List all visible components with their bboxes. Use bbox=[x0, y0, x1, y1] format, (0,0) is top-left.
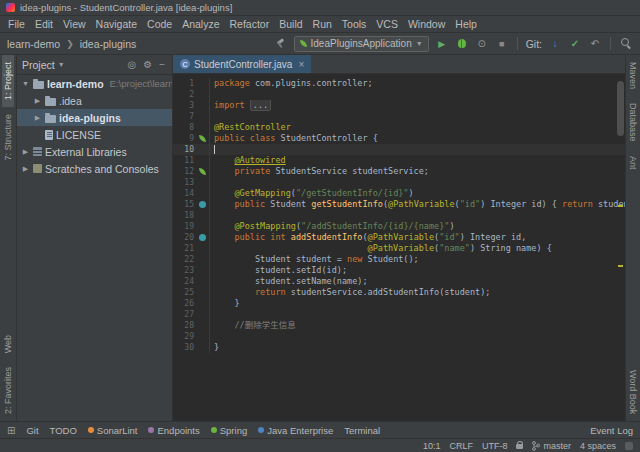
tree-item-idea[interactable]: ▶.idea bbox=[17, 92, 172, 109]
menu-code[interactable]: Code bbox=[142, 18, 177, 30]
hide-panel-icon[interactable]: − bbox=[157, 59, 167, 70]
tree-item-scratches-and-consoles[interactable]: ▶Scratches and Consoles bbox=[17, 160, 172, 177]
build-hammer-icon[interactable] bbox=[274, 37, 288, 51]
stop-button[interactable]: ■ bbox=[495, 37, 509, 51]
line-number[interactable]: 2 bbox=[173, 89, 197, 100]
toolwindow-button-1-project[interactable]: 1: Project bbox=[2, 55, 14, 107]
file-encoding[interactable]: UTF-8 bbox=[482, 441, 508, 451]
line-number[interactable]: 28 bbox=[173, 320, 197, 331]
line-number[interactable]: 11 bbox=[173, 155, 197, 166]
line-number[interactable]: 27 bbox=[173, 309, 197, 320]
line-number[interactable]: 21 bbox=[173, 243, 197, 254]
tree-chevron-icon[interactable]: ▶ bbox=[33, 97, 42, 105]
menu-edit[interactable]: Edit bbox=[30, 18, 58, 30]
line-number[interactable]: 3 bbox=[173, 100, 197, 111]
code-line-20[interactable]: 20 public int addStudentInfo(@PathVariab… bbox=[173, 232, 625, 243]
toolwindow-button-word-book[interactable]: Word Book bbox=[627, 363, 639, 421]
code-line-11[interactable]: 11 @Autowired bbox=[173, 155, 625, 166]
toolwindow-button-web[interactable]: Web bbox=[2, 328, 14, 360]
line-number[interactable]: 13 bbox=[173, 177, 197, 188]
line-number[interactable]: 20 bbox=[173, 232, 197, 243]
line-number[interactable]: 1 bbox=[173, 78, 197, 89]
code-line-22[interactable]: 22 Student student = new Student(); bbox=[173, 254, 625, 265]
line-number[interactable]: 18 bbox=[173, 210, 197, 221]
project-view-title[interactable]: Project bbox=[22, 59, 55, 71]
status-widget-icon[interactable] bbox=[625, 442, 633, 450]
menu-help[interactable]: Help bbox=[450, 18, 482, 30]
breadcrumb-project[interactable]: learn-demo bbox=[7, 38, 60, 50]
locate-file-icon[interactable]: ◎ bbox=[125, 59, 138, 70]
menu-analyze[interactable]: Analyze bbox=[177, 18, 224, 30]
debug-button[interactable] bbox=[455, 37, 469, 51]
line-number[interactable]: 29 bbox=[173, 331, 197, 342]
leaf-gutter-icon[interactable] bbox=[199, 168, 206, 175]
git-update-button[interactable]: ↓ bbox=[548, 37, 562, 51]
line-number[interactable]: 30 bbox=[173, 342, 197, 353]
menu-run[interactable]: Run bbox=[308, 18, 337, 30]
breadcrumb-module[interactable]: idea-plugins bbox=[80, 38, 137, 50]
tree-item-license[interactable]: LICENSE bbox=[17, 126, 172, 143]
toolwindow-button-terminal[interactable]: Terminal bbox=[344, 425, 380, 436]
code-line-2[interactable]: 2 bbox=[173, 89, 625, 100]
editor-scrollbar-thumb[interactable] bbox=[617, 81, 624, 136]
tree-chevron-icon[interactable]: ▶ bbox=[33, 114, 42, 122]
line-number[interactable]: 14 bbox=[173, 188, 197, 199]
code-line-9[interactable]: 9public class StudentController { bbox=[173, 133, 625, 144]
code-line-3[interactable]: 3import ... bbox=[173, 100, 625, 111]
indent-setting[interactable]: 4 spaces bbox=[580, 441, 616, 451]
close-tab-icon[interactable]: × bbox=[296, 59, 304, 70]
tree-item-idea-plugins[interactable]: ▶idea-plugins bbox=[17, 109, 172, 126]
toolwindow-button-ant[interactable]: Ant bbox=[627, 149, 639, 177]
tree-chevron-icon[interactable]: ▼ bbox=[21, 80, 30, 87]
coverage-button[interactable]: ⊙ bbox=[475, 37, 489, 51]
settings-gear-icon[interactable]: ⚙ bbox=[141, 59, 154, 70]
code-line-21[interactable]: 21 @PathVariable("name") String name) { bbox=[173, 243, 625, 254]
code-line-8[interactable]: 8@RestController bbox=[173, 122, 625, 133]
search-everywhere-icon[interactable] bbox=[619, 37, 633, 51]
chevron-down-icon[interactable]: ▼ bbox=[58, 61, 65, 68]
readonly-lock-icon[interactable] bbox=[516, 444, 523, 449]
line-number[interactable]: 22 bbox=[173, 254, 197, 265]
code-line-1[interactable]: 1package com.plugins.controller; bbox=[173, 78, 625, 89]
menu-build[interactable]: Build bbox=[274, 18, 307, 30]
line-number[interactable]: 24 bbox=[173, 276, 197, 287]
toolwindow-button-database[interactable]: Database bbox=[627, 96, 639, 149]
code-line-28[interactable]: 28 //删除学生信息 bbox=[173, 320, 625, 331]
code-line-14[interactable]: 14 @GetMapping("/getStudentInfo/{id}") bbox=[173, 188, 625, 199]
code-area[interactable]: 1package com.plugins.controller;23import… bbox=[173, 74, 625, 421]
run-button[interactable]: ▶ bbox=[435, 37, 449, 51]
menu-file[interactable]: File bbox=[3, 18, 30, 30]
line-separator[interactable]: CRLF bbox=[449, 441, 473, 451]
code-line-15[interactable]: 15 public Student getStudentInfo(@PathVa… bbox=[173, 199, 625, 210]
menu-tools[interactable]: Tools bbox=[337, 18, 372, 30]
toolwindow-button-maven[interactable]: Maven bbox=[627, 55, 639, 96]
git-commit-button[interactable]: ✓ bbox=[568, 37, 582, 51]
run-config-select[interactable]: IdeaPluginsApplication ▼ bbox=[294, 36, 429, 52]
tree-item-external-libraries[interactable]: ▶External Libraries bbox=[17, 143, 172, 160]
line-number[interactable]: 10 bbox=[173, 144, 197, 155]
menu-vcs[interactable]: VCS bbox=[371, 18, 403, 30]
code-line-7[interactable]: 7 bbox=[173, 111, 625, 122]
editor-tab-studentcontroller[interactable]: C StudentController.java × bbox=[173, 55, 311, 73]
inspection-mark[interactable] bbox=[618, 205, 623, 207]
code-line-23[interactable]: 23 student.setId(id); bbox=[173, 265, 625, 276]
git-revert-button[interactable]: ↶ bbox=[588, 37, 602, 51]
toolwindow-button-sonarlint[interactable]: SonarLint bbox=[88, 425, 138, 436]
toolwindow-button-2-favorites[interactable]: 2: Favorites bbox=[2, 360, 14, 421]
line-number[interactable]: 9 bbox=[173, 133, 197, 144]
code-line-13[interactable]: 13 bbox=[173, 177, 625, 188]
toolwindow-button-java-enterprise[interactable]: Java Enterprise bbox=[258, 425, 333, 436]
caret-position[interactable]: 10:1 bbox=[423, 441, 441, 451]
mapping-gutter-icon[interactable] bbox=[199, 234, 206, 241]
code-line-26[interactable]: 26 } bbox=[173, 298, 625, 309]
code-line-24[interactable]: 24 student.setName(name); bbox=[173, 276, 625, 287]
mapping-gutter-icon[interactable] bbox=[199, 201, 206, 208]
line-number[interactable]: 26 bbox=[173, 298, 197, 309]
tree-chevron-icon[interactable]: ▶ bbox=[21, 165, 30, 173]
code-line-12[interactable]: 12 private StudentService studentService… bbox=[173, 166, 625, 177]
line-number[interactable]: 8 bbox=[173, 122, 197, 133]
toolwindow-button-git[interactable]: Git bbox=[26, 425, 38, 436]
line-number[interactable]: 12 bbox=[173, 166, 197, 177]
line-number[interactable]: 23 bbox=[173, 265, 197, 276]
line-number[interactable]: 19 bbox=[173, 221, 197, 232]
